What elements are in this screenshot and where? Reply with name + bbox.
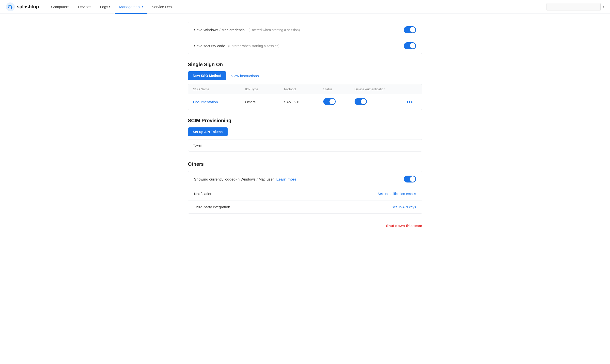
logs-dropdown-arrow: ▾ bbox=[109, 5, 110, 8]
logo: splashtop bbox=[6, 2, 39, 11]
col-protocol: Protocol bbox=[284, 87, 323, 91]
col-actions bbox=[407, 87, 417, 91]
setup-notification-emails-link[interactable]: Set up notification emails bbox=[378, 192, 416, 196]
save-windows-mac-label: Save Windows / Mac credential (Entered w… bbox=[194, 28, 404, 32]
nav-computers[interactable]: Computers bbox=[47, 0, 74, 14]
others-section: Others Showing currently logged-in Windo… bbox=[188, 161, 422, 214]
nav-management[interactable]: Management ▾ bbox=[115, 0, 147, 14]
navbar: splashtop Computers Devices Logs ▾ Manag… bbox=[0, 0, 610, 14]
others-row-notification: Notification Set up notification emails bbox=[188, 187, 422, 200]
save-security-code-row: Save security code (Entered when startin… bbox=[188, 38, 422, 54]
third-party-label: Third-party integration bbox=[194, 205, 392, 209]
user-dropdown-arrow[interactable]: ▾ bbox=[603, 5, 604, 9]
svg-point-0 bbox=[6, 2, 15, 11]
token-row: Token bbox=[188, 139, 422, 152]
col-idp-type: IDP Type bbox=[245, 87, 284, 91]
col-device-auth: Device Authentication bbox=[355, 87, 407, 91]
setup-api-tokens-button[interactable]: Set up API Tokens bbox=[188, 127, 228, 136]
logged-in-user-toggle[interactable] bbox=[404, 176, 416, 182]
others-row-logged-in-user: Showing currently logged-in Windows / Ma… bbox=[188, 171, 422, 187]
save-windows-mac-row: Save Windows / Mac credential (Entered w… bbox=[188, 22, 422, 38]
search-input[interactable] bbox=[547, 3, 601, 11]
sso-protocol: SAML 2.0 bbox=[284, 100, 323, 104]
session-settings-card: Save Windows / Mac credential (Entered w… bbox=[188, 22, 422, 54]
sso-table-row: Documentation Others SAML 2.0 bbox=[188, 94, 422, 110]
new-sso-method-button[interactable]: New SSO Method bbox=[188, 71, 226, 80]
save-windows-mac-hint: (Entered when starting a session) bbox=[249, 28, 300, 32]
save-security-code-hint: (Entered when starting a session) bbox=[228, 44, 280, 48]
sso-status-toggle[interactable] bbox=[323, 98, 355, 106]
others-title: Others bbox=[188, 161, 422, 167]
shutdown-button[interactable]: Shut down this team bbox=[386, 224, 422, 228]
splashtop-logo-icon bbox=[6, 2, 15, 11]
nav-menu: Computers Devices Logs ▾ Management ▾ Se… bbox=[47, 0, 547, 14]
navbar-right: ▾ bbox=[547, 3, 604, 11]
sso-table-header: SSO Name IDP Type Protocol Status Device… bbox=[188, 84, 422, 94]
nav-logs[interactable]: Logs ▾ bbox=[96, 0, 115, 14]
view-instructions-button[interactable]: View instructions bbox=[231, 74, 259, 78]
sso-device-auth-toggle[interactable] bbox=[355, 98, 407, 106]
sso-table: SSO Name IDP Type Protocol Status Device… bbox=[188, 84, 422, 110]
sso-title: Single Sign On bbox=[188, 62, 422, 67]
save-security-code-label: Save security code (Entered when startin… bbox=[194, 44, 404, 48]
sso-name-link[interactable]: Documentation bbox=[193, 100, 245, 104]
logo-text: splashtop bbox=[17, 4, 39, 10]
sso-idp-type: Others bbox=[245, 100, 284, 104]
others-card: Showing currently logged-in Windows / Ma… bbox=[188, 171, 422, 214]
save-security-code-toggle[interactable] bbox=[404, 42, 416, 49]
save-windows-mac-toggle[interactable] bbox=[404, 26, 416, 33]
sso-section: Single Sign On New SSO Method View instr… bbox=[188, 62, 422, 110]
logged-in-user-label: Showing currently logged-in Windows / Ma… bbox=[194, 177, 404, 181]
sso-actions: New SSO Method View instructions bbox=[188, 71, 422, 80]
management-dropdown-arrow: ▾ bbox=[142, 5, 143, 8]
others-row-third-party: Third-party integration Set up API keys bbox=[188, 200, 422, 213]
col-sso-name: SSO Name bbox=[193, 87, 245, 91]
shutdown-section: Shut down this team bbox=[188, 224, 422, 232]
main-content: Save Windows / Mac credential (Entered w… bbox=[182, 14, 428, 240]
scim-section: SCIM Provisioning Set up API Tokens Toke… bbox=[188, 118, 422, 152]
notification-label: Notification bbox=[194, 192, 378, 196]
learn-more-link[interactable]: Learn more bbox=[276, 177, 297, 181]
col-status: Status bbox=[323, 87, 355, 91]
setup-api-keys-link[interactable]: Set up API keys bbox=[392, 205, 416, 209]
nav-devices[interactable]: Devices bbox=[74, 0, 95, 14]
nav-service-desk[interactable]: Service Desk bbox=[147, 0, 178, 14]
sso-row-menu-button[interactable]: ••• bbox=[407, 99, 417, 105]
token-label: Token bbox=[193, 143, 202, 147]
scim-title: SCIM Provisioning bbox=[188, 118, 422, 123]
